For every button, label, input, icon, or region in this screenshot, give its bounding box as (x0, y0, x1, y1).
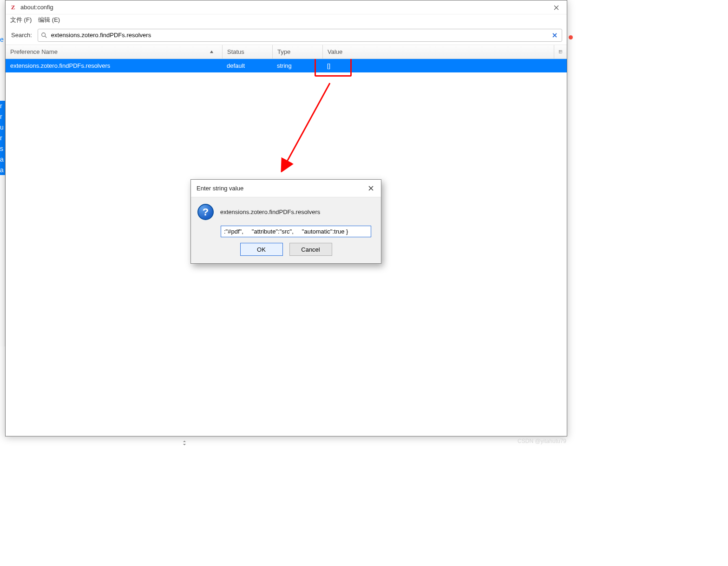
column-header-type[interactable]: Type (272, 45, 322, 59)
search-icon (41, 32, 47, 39)
watermark: CSDN @yitahutu79 (518, 438, 566, 444)
ghost-letter: r (0, 102, 5, 110)
svg-rect-2 (559, 51, 562, 53)
close-icon (368, 186, 374, 191)
ghost-letter: r (0, 112, 5, 121)
cell-status: default (222, 62, 272, 69)
svg-point-0 (42, 33, 46, 36)
column-header-name[interactable]: Preference Name (6, 45, 222, 59)
column-header-status[interactable]: Status (222, 45, 272, 59)
dialog-pref-name: extensions.zotero.findPDFs.resolvers (220, 208, 320, 215)
column-label: Preference Name (10, 48, 58, 55)
ghost-letter: a (0, 166, 5, 174)
window-title: about:config (20, 4, 53, 11)
ghost-letter: r (0, 134, 5, 142)
close-icon (554, 5, 559, 10)
ghost-letter: u (0, 123, 5, 131)
background-sliver-left: e r r u r s a a (0, 0, 5, 346)
column-picker-icon (559, 49, 562, 55)
dialog-value-input[interactable] (221, 226, 371, 237)
svg-line-1 (45, 36, 47, 38)
window-close-button[interactable] (545, 0, 567, 14)
string-value-dialog: Enter string value ? extensions.zotero.f… (190, 179, 381, 264)
search-label: Search: (10, 32, 34, 39)
cancel-button[interactable]: Cancel (289, 243, 332, 256)
menu-file[interactable]: 文件 (F) (10, 16, 32, 24)
search-bar: Search: (6, 26, 567, 45)
cell-type: string (272, 62, 322, 69)
sort-asc-icon (210, 50, 214, 54)
titlebar[interactable]: Z about:config (6, 0, 567, 14)
column-header-value[interactable]: Value (322, 45, 554, 59)
search-clear-button[interactable] (551, 31, 559, 39)
column-label: Type (277, 48, 290, 55)
dialog-titlebar[interactable]: Enter string value (191, 180, 381, 197)
table-header: Preference Name Status Type Value (6, 45, 567, 59)
dialog-close-button[interactable] (366, 184, 375, 193)
red-dot-icon (569, 35, 573, 39)
ok-button[interactable]: OK (240, 243, 283, 256)
sort-indicator (210, 48, 214, 55)
ghost-letter: a (0, 155, 5, 163)
question-icon: ? (197, 204, 214, 220)
cell-name: extensions.zotero.findPDFs.resolvers (6, 62, 222, 69)
menu-edit[interactable]: 编辑 (E) (38, 16, 60, 24)
table-row[interactable]: extensions.zotero.findPDFs.resolvers def… (6, 59, 567, 72)
menubar[interactable]: 文件 (F) 编辑 (E) (6, 14, 567, 26)
dialog-body: ? extensions.zotero.findPDFs.resolvers O… (191, 197, 381, 263)
cell-value-text: [] (327, 62, 330, 69)
background-sliver-right (569, 0, 572, 346)
zotero-icon: Z (9, 4, 17, 11)
ghost-letter: s (0, 144, 5, 153)
search-box[interactable] (38, 29, 562, 42)
drag-handle-icon (178, 440, 190, 446)
dialog-title: Enter string value (197, 185, 366, 192)
column-label: Status (227, 48, 244, 55)
ghost-letter: e (0, 35, 5, 44)
cell-value: [] (322, 62, 567, 69)
close-icon (552, 33, 557, 38)
column-picker-button[interactable] (554, 45, 567, 59)
search-input[interactable] (50, 31, 548, 39)
column-label: Value (328, 48, 342, 55)
